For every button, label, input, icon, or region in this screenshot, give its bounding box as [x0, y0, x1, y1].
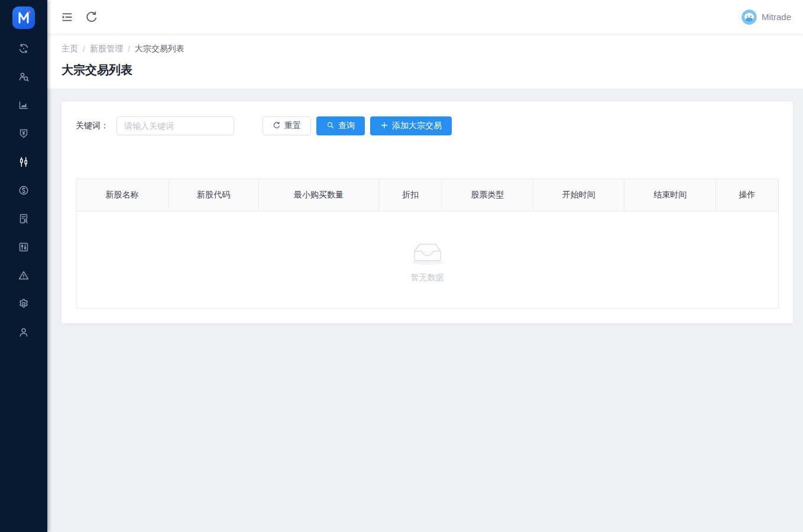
user-icon: [18, 326, 30, 340]
user-name: Mitrade: [762, 12, 791, 22]
col-new-stock-code: 新股代码: [168, 179, 258, 211]
breadcrumb-new-stock-management[interactable]: 新股管理: [90, 44, 123, 54]
mitrade-logo-icon: [12, 7, 35, 29]
breadcrumb: 主页 / 新股管理 / 大宗交易列表: [61, 44, 789, 54]
document-user-icon: [18, 213, 30, 227]
sidebar: [0, 0, 47, 532]
app-window: Mitrade 主页 / 新股管理 / 大宗交易列表 大宗交易列表 关键词：: [0, 0, 803, 532]
sidebar-item-settings[interactable]: [0, 291, 47, 319]
col-discount: 折扣: [379, 179, 442, 211]
col-end-time: 结束时间: [624, 179, 715, 211]
reset-button[interactable]: 重置: [263, 116, 311, 135]
sidebar-menu: [0, 33, 47, 348]
currency-shield-icon: [18, 128, 30, 142]
sidebar-item-currency-shield[interactable]: [0, 121, 47, 149]
sidebar-item-warning[interactable]: [0, 262, 47, 291]
sidebar-item-profile[interactable]: [0, 319, 47, 348]
sidebar-item-user-search[interactable]: [0, 64, 47, 92]
breadcrumb-separator: /: [83, 44, 85, 54]
col-stock-type: 股票类型: [442, 179, 533, 211]
plus-icon: [380, 121, 388, 131]
candlestick-icon: [18, 156, 30, 170]
sidebar-item-area-chart[interactable]: [0, 92, 47, 121]
reset-icon: [273, 121, 281, 131]
block-trade-table: 新股名称 新股代码 最小购买数量 折扣 股票类型 开始时间 结束时间 操作: [76, 179, 779, 309]
sync-icon: [18, 43, 30, 57]
table-empty-state: 暂无数据: [76, 212, 778, 308]
query-button[interactable]: 查询: [316, 116, 365, 135]
sidebar-item-candlestick[interactable]: [0, 149, 47, 177]
gear-icon: [18, 298, 30, 312]
filter-toolbar: 关键词： 重置 查询: [76, 116, 779, 135]
reset-button-label: 重置: [284, 121, 301, 131]
search-icon: [326, 121, 335, 131]
breadcrumb-current: 大宗交易列表: [135, 44, 184, 54]
add-block-trade-label: 添加大宗交易: [392, 121, 442, 131]
sidebar-item-sliders[interactable]: [0, 234, 47, 262]
col-start-time: 开始时间: [533, 179, 624, 211]
col-actions: 操作: [715, 179, 778, 211]
sliders-icon: [18, 241, 30, 255]
brand-logo: [12, 0, 35, 33]
sidebar-item-sync[interactable]: [0, 35, 47, 64]
col-min-purchase-qty: 最小购买数量: [259, 179, 379, 211]
empty-box-icon: [409, 236, 446, 268]
col-new-stock-name: 新股名称: [76, 179, 168, 211]
dollar-coin-icon: [18, 184, 30, 199]
menu-unfold-icon[interactable]: [60, 11, 73, 24]
reload-icon[interactable]: [85, 11, 98, 24]
table-header: 新股名称 新股代码 最小购买数量 折扣 股票类型 开始时间 结束时间 操作: [76, 179, 778, 212]
user-search-icon: [18, 71, 30, 85]
add-block-trade-button[interactable]: 添加大宗交易: [370, 116, 452, 135]
breadcrumb-home[interactable]: 主页: [61, 44, 78, 54]
area-chart-icon: [18, 99, 30, 113]
page-head: 主页 / 新股管理 / 大宗交易列表 大宗交易列表: [47, 34, 803, 89]
sidebar-item-dollar[interactable]: [0, 177, 47, 206]
user-menu[interactable]: Mitrade: [742, 9, 791, 25]
empty-text: 暂无数据: [411, 273, 444, 283]
user-avatar: [742, 9, 757, 25]
page-title: 大宗交易列表: [61, 62, 789, 78]
warning-icon: [18, 270, 30, 284]
keyword-label: 关键词：: [76, 121, 109, 131]
block-trade-card: 关键词： 重置 查询: [61, 102, 793, 323]
sidebar-item-document-user[interactable]: [0, 206, 47, 234]
query-button-label: 查询: [338, 121, 355, 131]
keyword-input[interactable]: [116, 116, 234, 135]
breadcrumb-separator: /: [128, 44, 130, 54]
main-area: Mitrade 主页 / 新股管理 / 大宗交易列表 大宗交易列表 关键词：: [47, 0, 803, 532]
table-header-row: 新股名称 新股代码 最小购买数量 折扣 股票类型 开始时间 结束时间 操作: [76, 179, 778, 211]
content-area: 关键词： 重置 查询: [47, 89, 803, 532]
top-header: Mitrade: [47, 0, 803, 34]
